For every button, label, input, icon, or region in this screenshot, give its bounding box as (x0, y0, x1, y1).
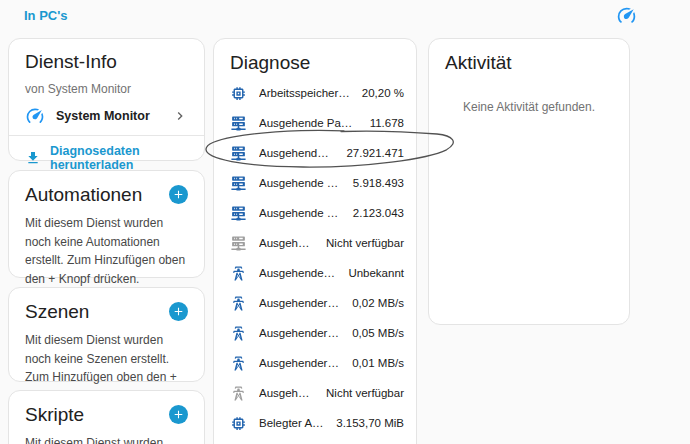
scripts-card: Skripte Mit diesem Dienst wurden noch ke… (8, 390, 205, 444)
diagnostic-label: Ausgehender Netzwerk… (259, 267, 336, 279)
diagnostic-row[interactable]: Ausgehende Pakete has… 5.918.493 (214, 168, 416, 198)
download-icon (25, 150, 41, 166)
diagnostic-row[interactable]: Ausgehende Pakete docker0 11.678 (214, 108, 416, 138)
diagnostics-card: Diagnose Arbeitsspeicherauslastung 20,20… (213, 38, 417, 444)
diagnostic-row[interactable]: Ausgehender Netzwerk… 0,01 MB/s (214, 348, 416, 378)
add-script-button[interactable] (169, 405, 188, 424)
diagnostic-value: 0,05 MB/s (352, 327, 404, 339)
server-network-icon (230, 145, 247, 162)
integration-row-system-monitor[interactable]: System Monitor (9, 96, 204, 135)
scripts-title: Skripte (25, 403, 84, 426)
diagnostic-value: 3.153,70 MiB (336, 417, 404, 429)
integration-name: System Monitor (56, 109, 161, 123)
activity-title: Aktivität (445, 51, 613, 74)
automations-empty-text: Mit diesem Dienst wurden noch keine Auto… (25, 214, 188, 288)
add-automation-button[interactable] (169, 185, 188, 204)
diagnostic-value: 2.123.043 (353, 207, 404, 219)
diagnostic-value: 27.921.471 (346, 147, 404, 159)
transmission-tower-icon (230, 325, 247, 342)
diagnostic-row[interactable]: Ausgehende Paket… Nicht verfügbar (214, 228, 416, 258)
service-info-subtitle: von System Monitor (25, 82, 188, 96)
diagnostic-value: 0,01 MB/s (352, 357, 404, 369)
diagnostic-row[interactable]: Ausgehender Netz… Nicht verfügbar (214, 378, 416, 408)
chevron-right-icon (172, 108, 188, 124)
diagnostic-label: Ausgehender Netzwerk… (259, 327, 340, 339)
diagnostic-row[interactable]: Ausgehende Pakete en… 27.921.471 (214, 138, 416, 168)
memory-icon (230, 415, 247, 432)
diagnostic-row[interactable]: Belegter Arbeitsspei… 3.153,70 MiB (214, 408, 416, 438)
diagnostic-label: Ausgehender Netzwerk… (259, 297, 340, 309)
diagnostic-value: 11.678 (370, 117, 404, 129)
transmission-tower-icon (230, 385, 247, 402)
diagnostic-label: Ausgehende Pakete docker0 (259, 117, 358, 129)
breadcrumb[interactable]: In PC's (24, 8, 68, 23)
diagnostic-value: Unbekannt (348, 267, 404, 279)
automations-title: Automationen (25, 183, 142, 206)
diagnostic-row[interactable]: Ausgehender Netzwerk… 0,05 MB/s (214, 318, 416, 348)
add-scene-button[interactable] (169, 302, 188, 321)
diagnostic-value: Nicht verfügbar (326, 237, 404, 249)
diagnostic-label: Ausgehende Paket… (259, 237, 314, 249)
diagnostics-title: Diagnose (214, 51, 416, 78)
diagnostic-label: Ausgehender Netzwerk… (259, 357, 340, 369)
diagnostic-row[interactable]: Ausgehende Pakete lo 2.123.043 (214, 198, 416, 228)
speedometer-icon[interactable] (616, 5, 637, 26)
automations-card: Automationen Mit diesem Dienst wurden no… (8, 170, 205, 278)
diagnostic-row[interactable]: Ausgehender Netzwerk… Unbekannt (214, 258, 416, 288)
diagnostic-value: 20,20 % (362, 87, 404, 99)
diagnostic-value: 0,02 MB/s (352, 297, 404, 309)
diagnostic-label: Belegter Arbeitsspei… (259, 417, 324, 429)
activity-empty-text: Keine Aktivität gefunden. (445, 100, 613, 114)
download-diagnostics-label: Diagnosedaten herunterladen (50, 144, 188, 172)
server-network-icon (230, 175, 247, 192)
service-info-title: Dienst-Info (25, 50, 188, 73)
server-network-icon (230, 115, 247, 132)
server-network-icon (230, 235, 247, 252)
transmission-tower-icon (230, 355, 247, 372)
diagnostic-label: Ausgehende Pakete en… (259, 147, 334, 159)
diagnostic-label: Ausgehende Pakete has… (259, 177, 341, 189)
diagnostic-label: Ausgehende Pakete lo (259, 207, 341, 219)
diagnostic-row[interactable]: Arbeitsspeicherauslastung 20,20 % (214, 78, 416, 108)
memory-icon (230, 85, 247, 102)
diagnostic-label: Arbeitsspeicherauslastung (259, 87, 350, 99)
service-info-card: Dienst-Info von System Monitor System Mo… (8, 38, 205, 161)
transmission-tower-icon (230, 295, 247, 312)
server-network-icon (230, 205, 247, 222)
scenes-card: Szenen Mit diesem Dienst wurden noch kei… (8, 287, 205, 382)
diagnostic-label: Ausgehender Netz… (259, 387, 314, 399)
scripts-empty-text: Mit diesem Dienst wurden noch keine Skri… (25, 434, 188, 444)
speedometer-icon (25, 106, 45, 126)
diagnostic-value: 5.918.493 (353, 177, 404, 189)
diagnostic-row[interactable]: Ausgehender Netzwerk… 0,02 MB/s (214, 288, 416, 318)
transmission-tower-icon (230, 265, 247, 282)
diagnostic-value: Nicht verfügbar (326, 387, 404, 399)
diagnostics-list: Arbeitsspeicherauslastung 20,20 % Ausgeh… (214, 78, 416, 438)
activity-card: Aktivität Keine Aktivität gefunden. (428, 38, 630, 325)
scenes-title: Szenen (25, 300, 89, 323)
